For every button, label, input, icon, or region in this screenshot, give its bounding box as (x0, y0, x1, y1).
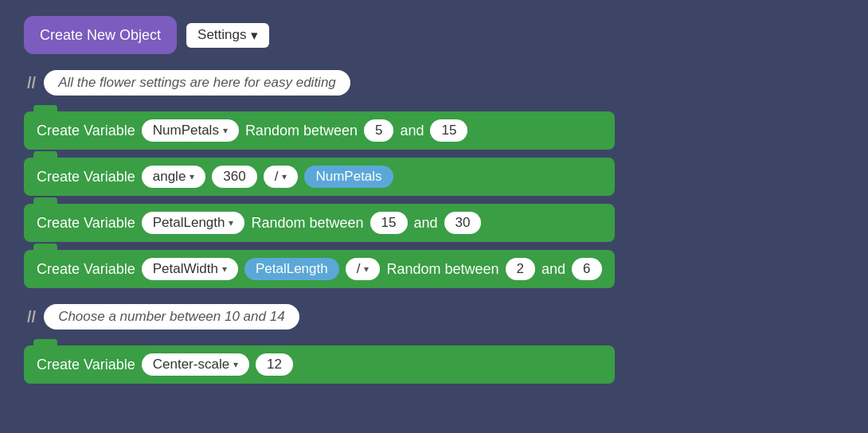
row4-var-arrow: ▾ (222, 263, 227, 275)
petal-length-block[interactable]: Create Variable PetalLength ▾ Random bet… (24, 204, 615, 242)
create-new-object-block[interactable]: Create New Object (24, 16, 177, 54)
comment-1-text: All the flower settings are here for eas… (44, 70, 350, 96)
row5-var-dropdown[interactable]: Center-scale ▾ (142, 353, 249, 376)
row4-div-arrow: ▾ (364, 263, 369, 275)
comment-2-slash: // (27, 308, 36, 326)
comment-2-text: Choose a number between 10 and 14 (44, 304, 299, 330)
row3-random-label: Random between (251, 215, 363, 232)
row1-create-label: Create Variable (37, 123, 135, 139)
row3-var-arrow: ▾ (229, 217, 233, 228)
angle-block[interactable]: Create Variable angle ▾ 360 / ▾ NumPetal… (24, 158, 615, 196)
row4-create-label: Create Variable (37, 261, 135, 278)
row1-var-dropdown[interactable]: NumPetals ▾ (142, 119, 239, 142)
center-scale-block[interactable]: Create Variable Center-scale ▾ 12 (24, 345, 615, 384)
row4-val1: 2 (506, 258, 535, 280)
row3-create-label: Create Variable (37, 215, 135, 232)
settings-button[interactable]: Settings ▾ (186, 23, 268, 48)
row3-and-label: and (414, 215, 438, 232)
row2-div-arrow: ▾ (282, 171, 287, 182)
row1-val1: 5 (364, 119, 393, 142)
petal-width-block[interactable]: Create Variable PetalWidth ▾ PetalLength… (24, 250, 615, 288)
row3-val1: 15 (370, 212, 408, 234)
comment-1-block: // All the flower settings are here for … (24, 62, 615, 103)
row5-var-arrow: ▾ (233, 359, 238, 370)
num-petals-block[interactable]: Create Variable NumPetals ▾ Random betwe… (24, 111, 615, 150)
row1-var-arrow: ▾ (223, 125, 228, 136)
row4-var-name: PetalWidth (153, 261, 218, 277)
row1-random-label: Random between (245, 123, 358, 139)
row4-random-label: Random between (386, 261, 499, 278)
row2-div-label: / (275, 169, 279, 185)
comment-2-block: // Choose a number between 10 and 14 (24, 296, 615, 337)
row4-and-label: and (542, 261, 565, 278)
row4-var-dropdown[interactable]: PetalWidth ▾ (142, 258, 238, 280)
row2-var2: NumPetals (304, 166, 393, 188)
row1-and-label: and (400, 123, 424, 139)
row3-var-name: PetalLength (153, 215, 225, 231)
row3-var-dropdown[interactable]: PetalLength ▾ (142, 212, 245, 234)
workspace: Create New Object Settings ▾ // All the … (0, 0, 639, 400)
row1-var-name: NumPetals (153, 123, 219, 138)
row5-create-label: Create Variable (37, 357, 135, 373)
row1-val2: 15 (430, 119, 467, 142)
create-new-object-label: Create New Object (40, 27, 161, 44)
row4-val2: 6 (572, 258, 601, 280)
row2-val1: 360 (212, 166, 256, 188)
row2-var-arrow: ▾ (190, 171, 194, 182)
settings-arrow-icon: ▾ (251, 27, 258, 44)
row3-val2: 30 (444, 212, 482, 234)
settings-label: Settings (197, 27, 246, 43)
row5-val1: 12 (256, 353, 293, 376)
row4-div-label: / (357, 261, 361, 277)
row2-div-dropdown[interactable]: / ▾ (264, 166, 299, 188)
row5-var-name: Center-scale (153, 357, 229, 373)
row2-var-dropdown[interactable]: angle ▾ (142, 166, 206, 188)
header-row: Create New Object Settings ▾ (24, 16, 615, 54)
row2-create-label: Create Variable (37, 169, 135, 185)
row2-var-name: angle (153, 169, 186, 185)
row4-var2: PetalLength (244, 258, 339, 280)
comment-1-slash: // (27, 74, 36, 92)
row4-div-dropdown[interactable]: / ▾ (346, 258, 381, 280)
